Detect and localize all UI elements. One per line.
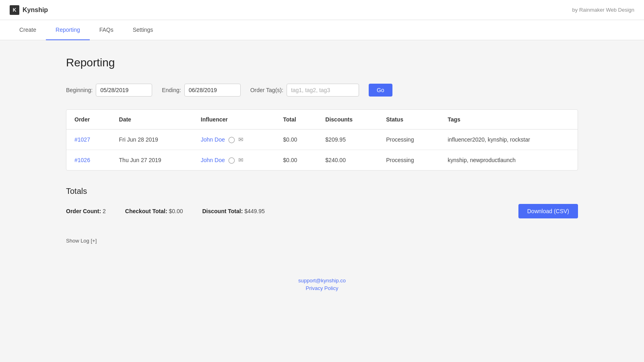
tags-label: Order Tag(s): [250, 87, 283, 93]
beginning-input[interactable] [96, 84, 152, 97]
date-cell-0: Fri Jun 28 2019 [111, 130, 193, 150]
col-total: Total [275, 110, 317, 130]
order-count: Order Count: 2 [66, 208, 106, 214]
col-influencer: Influencer [193, 110, 275, 130]
person-icon-0[interactable]: ◯ [228, 136, 235, 143]
mail-icon-0[interactable]: ✉ [238, 136, 244, 143]
table-header-row: Order Date Influencer Total Discounts St… [66, 110, 578, 130]
nav-item-faqs[interactable]: FAQs [90, 20, 123, 40]
total-cell-0: $0.00 [275, 130, 317, 150]
app-name: Kynship [23, 6, 48, 14]
go-button[interactable]: Go [369, 84, 392, 97]
discounts-cell-1: $240.00 [317, 150, 378, 171]
order-link-0[interactable]: #1027 [74, 136, 90, 143]
col-status: Status [378, 110, 440, 130]
mail-icon-1[interactable]: ✉ [238, 156, 244, 164]
page-title: Reporting [66, 56, 578, 69]
top-bar: K Kynship by Rainmaker Web Design [0, 0, 644, 20]
orders-table: Order Date Influencer Total Discounts St… [66, 110, 578, 170]
filter-row: Beginning: Ending: Order Tag(s): Go [66, 84, 578, 97]
table-row: #1027 Fri Jun 28 2019 John Doe ◯ ✉ $0.00… [66, 130, 578, 150]
filter-tags: Order Tag(s): [250, 84, 359, 97]
nav: Create Reporting FAQs Settings [0, 20, 644, 40]
filter-ending: Ending: [162, 84, 240, 97]
tags-input[interactable] [287, 84, 359, 97]
nav-item-reporting[interactable]: Reporting [46, 20, 90, 40]
privacy-policy-link[interactable]: Privacy Policy [0, 285, 644, 291]
tags-cell-0: influencer2020, kynship, rockstar [440, 130, 578, 150]
date-cell-1: Thu Jun 27 2019 [111, 150, 193, 171]
support-email-link[interactable]: support@kynship.co [0, 278, 644, 284]
checkout-total: Checkout Total: $0.00 [125, 208, 183, 214]
filter-beginning: Beginning: [66, 84, 152, 97]
orders-table-container: Order Date Influencer Total Discounts St… [66, 109, 578, 171]
nav-item-settings[interactable]: Settings [123, 20, 163, 40]
status-cell-0: Processing [378, 130, 440, 150]
totals-title: Totals [66, 187, 578, 196]
download-csv-button[interactable]: Download (CSV) [518, 204, 578, 218]
credit-text: by Rainmaker Web Design [572, 7, 634, 13]
status-cell-1: Processing [378, 150, 440, 171]
influencer-link-1[interactable]: John Doe [201, 157, 225, 163]
col-tags: Tags [440, 110, 578, 130]
order-link-1[interactable]: #1026 [74, 157, 90, 163]
beginning-label: Beginning: [66, 87, 93, 93]
totals-section: Totals Order Count: 2 Checkout Total: $0… [66, 183, 578, 228]
col-discounts: Discounts [317, 110, 378, 130]
ending-label: Ending: [162, 87, 181, 93]
person-icon-1[interactable]: ◯ [228, 156, 235, 164]
logo-icon: K [10, 5, 19, 15]
nav-item-create[interactable]: Create [10, 20, 46, 40]
influencer-cell-0: John Doe ◯ ✉ [201, 136, 267, 143]
table-row: #1026 Thu Jun 27 2019 John Doe ◯ ✉ $0.00… [66, 150, 578, 171]
col-order: Order [66, 110, 111, 130]
main-content: Reporting Beginning: Ending: Order Tag(s… [56, 40, 588, 260]
ending-input[interactable] [184, 84, 241, 97]
footer: support@kynship.co Privacy Policy [0, 260, 644, 302]
discounts-cell-0: $209.95 [317, 130, 378, 150]
totals-row: Order Count: 2 Checkout Total: $0.00 Dis… [66, 204, 578, 218]
discount-total: Discount Total: $449.95 [202, 208, 264, 214]
show-log-link[interactable]: Show Log [+] [66, 238, 97, 244]
total-cell-1: $0.00 [275, 150, 317, 171]
col-date: Date [111, 110, 193, 130]
tags-cell-1: kynship, newproductlaunch [440, 150, 578, 171]
influencer-link-0[interactable]: John Doe [201, 136, 225, 143]
influencer-cell-1: John Doe ◯ ✉ [201, 156, 267, 164]
logo: K Kynship [10, 5, 48, 15]
